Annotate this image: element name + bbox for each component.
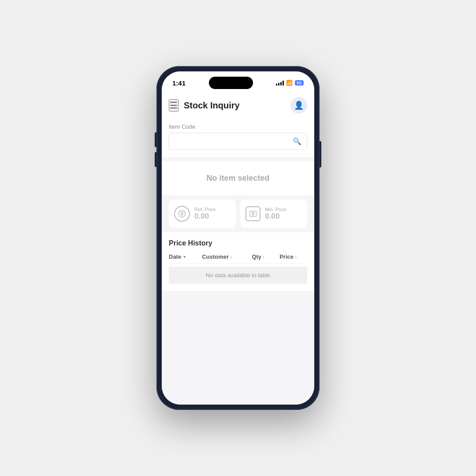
search-button[interactable]: 🔍 [287,134,307,149]
price-cards: Ref. Price 0.00 Min. Price 0.00 [162,200,314,228]
col-customer-label: Customer [202,253,229,260]
user-avatar-icon: 👤 [294,100,304,110]
col-date-label: Date [169,253,181,260]
power-button[interactable] [320,141,321,167]
hamburger-menu-button[interactable]: ☰ [169,99,178,112]
signal-icon [276,80,284,86]
min-price-card: Min. Price 0.00 [240,200,307,228]
col-price[interactable]: Price ↕ [279,253,307,260]
volume-up-button[interactable] [155,132,156,147]
search-icon: 🔍 [293,138,301,145]
col-qty-label: Qty [252,253,261,260]
no-item-section: No item selected [162,161,314,195]
status-icons: 📶 5G [276,80,304,86]
main-content: Item Code 🔍 No item selected [162,117,314,405]
ref-price-value: 0.00 [194,212,216,221]
status-time: 1:41 [172,79,186,87]
dynamic-island [209,77,253,89]
ref-price-icon [174,206,190,222]
table-header: Date ▼ Customer ↕ Qty ↕ Price ↕ [169,253,307,264]
col-qty[interactable]: Qty ↕ [252,253,279,260]
wifi-icon: 📶 [286,80,293,86]
sort-date-icon: ▼ [182,255,186,259]
sort-qty-icon: ↕ [263,255,265,259]
sort-customer-icon: ↕ [230,255,232,259]
app-header: ☰ Stock Inquiry 👤 [162,92,314,117]
col-customer[interactable]: Customer ↕ [202,253,252,260]
search-section: Item Code 🔍 [162,117,314,157]
min-price-label: Min. Price [265,207,286,212]
item-code-label: Item Code [169,123,307,130]
col-price-label: Price [279,253,294,260]
phone-frame: 1:41 📶 5G ☰ Stock Inquiry 👤 [156,66,320,410]
no-item-text: No item selected [206,174,269,182]
volume-down-button[interactable] [155,152,156,167]
min-price-value: 0.00 [265,212,286,221]
app-title: Stock Inquiry [184,100,240,111]
table-empty-message: No data available in table [169,267,307,284]
col-date[interactable]: Date ▼ [169,253,202,260]
ref-price-label: Ref. Price [194,207,216,212]
min-price-info: Min. Price 0.00 [265,207,286,221]
price-history-section: Price History Date ▼ Customer ↕ Qty ↕ [162,232,314,291]
battery-icon: 5G [295,80,304,86]
avatar-button[interactable]: 👤 [290,97,307,114]
ref-price-card: Ref. Price 0.00 [169,200,236,228]
price-history-title: Price History [169,239,307,247]
sort-price-icon: ↕ [295,255,297,259]
status-bar: 1:41 📶 5G [162,71,314,92]
ref-price-info: Ref. Price 0.00 [194,207,216,221]
phone-screen: 1:41 📶 5G ☰ Stock Inquiry 👤 [162,71,314,405]
header-left: ☰ Stock Inquiry [169,99,240,112]
min-price-icon [245,206,260,221]
search-row: 🔍 [169,133,307,150]
item-code-input[interactable] [169,133,287,149]
